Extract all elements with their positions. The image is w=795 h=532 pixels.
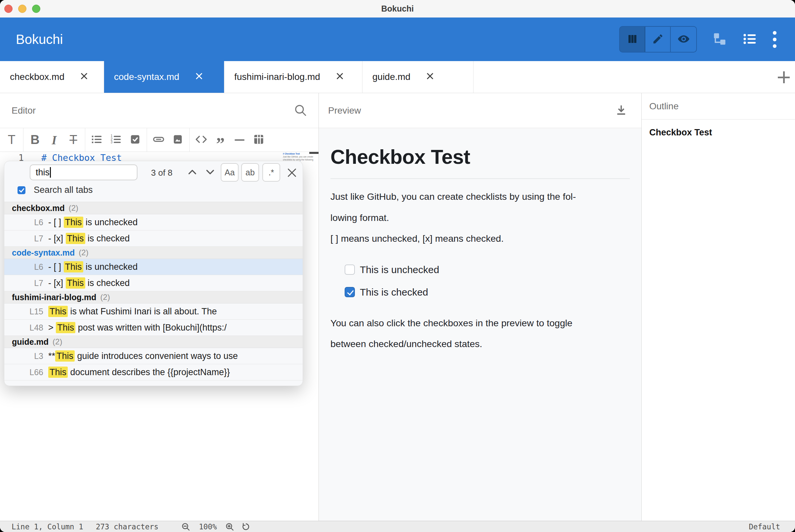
- close-icon: [425, 71, 435, 80]
- code-icon: [195, 133, 208, 147]
- split-view-button[interactable]: [620, 27, 645, 52]
- bullet-list-button[interactable]: [87, 130, 106, 150]
- search-result-row[interactable]: L66 This document describes the {{projec…: [4, 364, 303, 380]
- editor-toolbar: T B I T 123: [0, 128, 318, 152]
- preview-pane-header: Preview: [319, 93, 641, 128]
- close-icon: [194, 71, 204, 80]
- link-icon: [152, 133, 165, 147]
- character-count: 273 characters: [96, 522, 159, 531]
- tab-bar: checkbox.md code-syntax.md fushimi-inari…: [0, 61, 795, 93]
- overflow-menu-button[interactable]: [773, 31, 776, 48]
- checkbox-button[interactable]: [126, 130, 145, 150]
- chevron-up-icon: [187, 174, 198, 179]
- match-case-button[interactable]: Aa: [221, 163, 239, 182]
- download-icon: [615, 112, 627, 117]
- result-group-header: checkbox.md (2): [4, 202, 303, 214]
- checked-checkbox[interactable]: [345, 287, 355, 297]
- result-text: This document describes the {{projectNam…: [48, 367, 230, 377]
- previous-match-button[interactable]: [187, 167, 198, 178]
- strikethrough-button[interactable]: T: [64, 130, 83, 150]
- heading-divider: [330, 178, 630, 179]
- close-tab-button[interactable]: [335, 71, 344, 83]
- search-result-row[interactable]: L15 This is what Fushimi Inari is all ab…: [4, 303, 303, 320]
- overlay-bottom-padding: [4, 380, 303, 386]
- result-file-name: guide.md: [12, 337, 49, 347]
- columns-view-icon: [627, 33, 639, 46]
- table-button[interactable]: [249, 130, 268, 150]
- unchecked-checkbox[interactable]: [345, 265, 355, 275]
- header-actions: [619, 18, 776, 61]
- tab-checkbox-md[interactable]: checkbox.md: [0, 61, 104, 93]
- result-line-number: L48: [4, 323, 43, 332]
- result-file-name: fushimi-inari-blog.md: [12, 292, 96, 302]
- match-highlight: This: [66, 278, 85, 289]
- close-search-button[interactable]: [285, 166, 298, 180]
- match-highlight: This: [64, 216, 83, 228]
- editor-view-button[interactable]: [645, 27, 671, 52]
- tab-fushimi-inari-blog-md[interactable]: fushimi-inari-blog.md: [224, 61, 363, 93]
- result-line-number: L66: [4, 367, 43, 377]
- app-header: Bokuchi: [0, 18, 795, 61]
- heading-button[interactable]: T: [2, 130, 21, 150]
- result-text: - [ ] This is unchecked: [48, 262, 138, 272]
- close-icon: [335, 71, 344, 80]
- search-input[interactable]: this: [30, 165, 137, 180]
- result-group-header: code-syntax.md (2): [4, 247, 303, 259]
- regex-button[interactable]: .*: [262, 163, 280, 182]
- checked-checkbox[interactable]: [18, 186, 25, 194]
- search-result-row[interactable]: L3 **This guide introduces convenient wa…: [4, 348, 303, 364]
- next-match-button[interactable]: [205, 167, 216, 178]
- close-tab-button[interactable]: [194, 71, 204, 83]
- result-count: (2): [79, 248, 88, 257]
- checkbox-icon: [130, 134, 141, 146]
- minimap-line: Just like GitHub, you can create: [283, 155, 317, 158]
- search-result-row[interactable]: L7 - [x] This is checked: [4, 230, 303, 247]
- italic-button[interactable]: I: [44, 130, 64, 150]
- outline-toggle-button[interactable]: [742, 31, 758, 48]
- link-button[interactable]: [149, 130, 168, 150]
- search-result-row-selected[interactable]: L6 - [ ] This is unchecked: [4, 259, 303, 275]
- search-controls: this 3 of 8 Aa ab .* Search all tabs: [4, 161, 303, 202]
- blockquote-button[interactable]: ”: [211, 130, 230, 150]
- match-highlight: This: [64, 261, 83, 272]
- heading-icon: T: [7, 133, 15, 147]
- search-result-row[interactable]: L7 - [x] This is checked: [4, 275, 303, 291]
- profile-selector[interactable]: Default: [749, 522, 780, 531]
- numbered-list-button[interactable]: 123: [106, 130, 126, 150]
- zoom-reset-button[interactable]: [241, 522, 251, 532]
- checklist-item: This is unchecked: [345, 259, 630, 281]
- tab-label: code-syntax.md: [114, 72, 180, 82]
- image-button[interactable]: [168, 130, 187, 150]
- tab-code-syntax-md[interactable]: code-syntax.md: [104, 61, 224, 93]
- preview-pane-title: Preview: [328, 105, 361, 116]
- export-download-button[interactable]: [613, 103, 629, 117]
- editor-pane-title: Editor: [12, 105, 36, 116]
- file-tree-button[interactable]: [712, 31, 727, 48]
- zoom-in-button[interactable]: [225, 522, 234, 532]
- tab-guide-md[interactable]: guide.md: [363, 61, 474, 93]
- search-result-row[interactable]: L48 > This post was written with [Bokuch…: [4, 320, 303, 336]
- code-button[interactable]: [192, 130, 211, 150]
- search-result-row[interactable]: L6 - [ ] This is unchecked: [4, 214, 303, 230]
- outline-item[interactable]: Checkbox Test: [649, 128, 795, 138]
- outline-pane-title: Outline: [649, 101, 679, 112]
- result-count: (2): [100, 292, 110, 302]
- editor-search-button[interactable]: [292, 103, 309, 118]
- horizontal-rule-button[interactable]: [230, 130, 249, 150]
- close-tab-button[interactable]: [425, 71, 435, 83]
- new-tab-button[interactable]: [775, 70, 789, 84]
- zoom-out-button[interactable]: [181, 522, 190, 532]
- close-tab-button[interactable]: [79, 71, 89, 83]
- result-text: - [x] This is checked: [48, 278, 130, 288]
- bold-button[interactable]: B: [25, 130, 44, 150]
- window-title: Bokuchi: [0, 0, 795, 18]
- text-caret: [50, 167, 51, 178]
- numbered-list-icon: 123: [110, 133, 122, 146]
- zoom-level: 100%: [199, 522, 217, 531]
- whole-word-button[interactable]: ab: [241, 163, 259, 182]
- minimap-slider[interactable]: [309, 152, 318, 154]
- eye-icon: [677, 33, 690, 46]
- search-all-tabs-toggle[interactable]: Search all tabs: [18, 185, 93, 195]
- preview-view-button[interactable]: [671, 27, 696, 52]
- app-window: Bokuchi Bokuchi: [0, 0, 795, 532]
